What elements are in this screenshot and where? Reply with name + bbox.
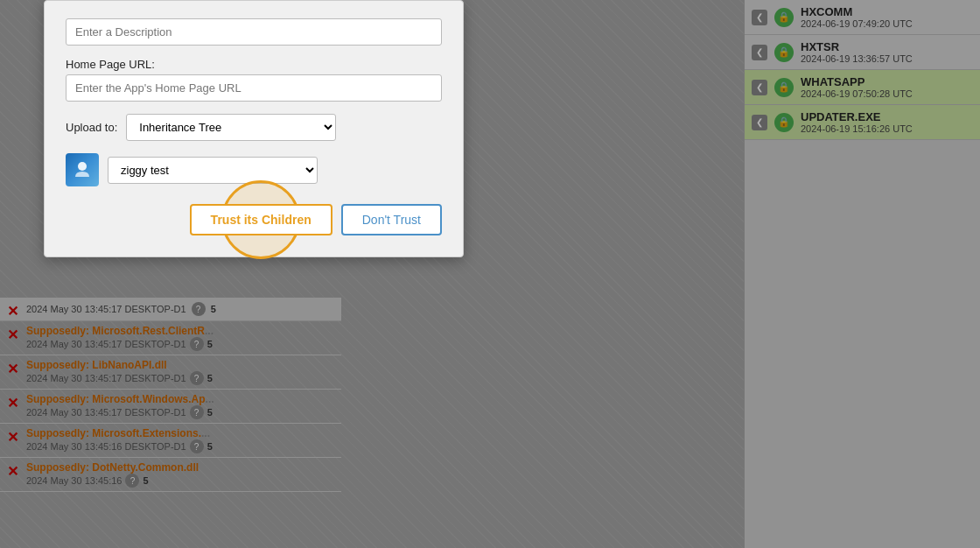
modal-dialog: Home Page URL: Upload to: Inheritance Tr…: [44, 0, 464, 257]
upload-row: Upload to: Inheritance Tree Other Option: [66, 114, 442, 141]
modal-overlay: Home Page URL: Upload to: Inheritance Tr…: [0, 0, 980, 548]
app-logo: [66, 153, 99, 186]
homepage-label: Home Page URL:: [66, 58, 442, 71]
homepage-input[interactable]: [66, 74, 442, 102]
account-select[interactable]: ziggy test other account: [108, 157, 318, 184]
upload-label: Upload to:: [66, 121, 117, 134]
dont-trust-button[interactable]: Don't Trust: [341, 204, 442, 235]
modal-actions: Trust its Children Don't Trust: [66, 204, 442, 235]
trust-button-wrapper: Trust its Children: [190, 204, 332, 235]
account-row: ziggy test other account: [66, 153, 442, 186]
upload-select[interactable]: Inheritance Tree Other Option: [126, 114, 336, 141]
trust-children-button[interactable]: Trust its Children: [190, 204, 332, 235]
description-field: [66, 18, 442, 46]
homepage-field: Home Page URL:: [66, 58, 442, 102]
description-input[interactable]: [66, 18, 442, 46]
svg-point-0: [78, 162, 87, 171]
